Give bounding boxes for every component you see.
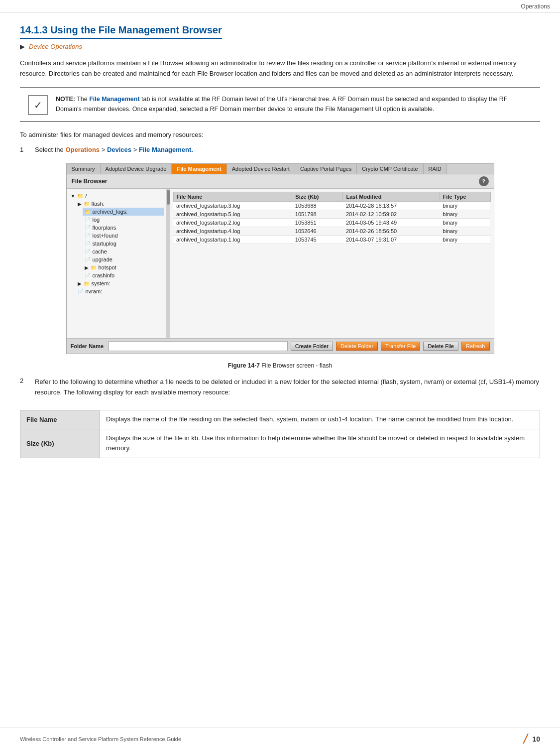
tree-expand-icon: ▶ [85,265,89,270]
table-row: File NameDisplays the name of the file r… [20,410,540,429]
tree-item[interactable]: 📄floorplans [83,224,164,232]
checkmark-icon: ✓ [28,95,48,115]
ss-tab-file-management[interactable]: File Management [172,164,226,174]
step-list: 1 Select the Operations > Devices > File… [20,145,540,155]
step1-fm: File Management. [139,146,193,153]
transfer-file-button[interactable]: Transfer File [381,342,420,351]
tree-item-label: upgrade [93,256,112,262]
tree-item[interactable]: ▶📁flash: [76,200,164,208]
note-box: ✓ NOTE: The File Management tab is not a… [20,87,540,122]
create-folder-button[interactable]: Create Folder [291,342,333,351]
tree-item[interactable]: 📄upgrade [83,255,164,263]
table-cell: 2014-02-28 16:13:57 [343,202,440,210]
folder-icon: 📁 [84,201,90,207]
delete-file-button[interactable]: Delete File [423,342,458,351]
step-1-text: Select the Operations > Devices > File M… [35,145,193,155]
table-row[interactable]: archived_logsstartup.2.log10538512014-03… [173,219,490,227]
footer-text: Wireless Controller and Service Platform… [20,736,181,742]
step-2-text: Refer to the following to determine whet… [35,377,540,398]
folder-icon: 📁 [84,281,90,286]
note-highlight: File Management [89,96,139,103]
footer-page: 10 [532,735,540,743]
step-intro: To administer files for managed devices … [20,130,540,140]
table-cell: archived_logsstartup.1.log [173,236,292,244]
help-button[interactable]: ? [479,176,489,186]
ss-tab-adopted-device-restart[interactable]: Adopted Device Restart [227,164,295,174]
file-table: File NameSize (Kb)Last ModifiedFile Type… [173,192,491,244]
table-cell: 1053745 [292,236,343,244]
step1-dev: Devices [107,146,131,153]
table-cell: binary [440,236,490,244]
file-col-file-type: File Type [440,192,490,202]
folder-icon: 📁 [85,209,91,215]
tree-item-label: hotspot [99,264,116,270]
scrollbar-thumb [167,190,170,205]
tree-item[interactable]: 📄startuplog [83,240,164,248]
top-bar: Operations [0,0,560,12]
tree-item[interactable]: 📄log [83,216,164,224]
tree-item[interactable]: 📄lost+found [83,232,164,240]
folder-icon: 📁 [77,193,83,199]
delete-folder-button[interactable]: Delete Folder [336,342,378,351]
breadcrumb-text: Device Operations [29,43,82,50]
tree-expand-icon: ▶ [78,281,82,286]
footer-right: / 10 [524,732,540,746]
file-icon: 📄 [85,225,91,231]
table-cell: archived_logsstartup.3.log [173,202,292,210]
refresh-button[interactable]: Refresh [461,342,490,351]
table-cell: 2014-02-26 18:56:50 [343,227,440,236]
breadcrumb-arrow: ▶ [20,43,25,50]
file-col-size--kb-: Size (Kb) [292,192,343,202]
ss-tab-raid[interactable]: RAID [424,164,447,174]
tree-item[interactable]: 📁archived_logs: [83,208,164,216]
figure-caption: Figure 14-7 File Browser screen - flash [20,362,540,369]
table-row: Size (Kb)Displays the size of the file i… [20,429,540,458]
tree-item[interactable]: 📄cache [83,248,164,255]
table-row-content: Displays the name of the file residing o… [100,410,540,429]
tree-item-label: system: [92,280,111,286]
ss-tab-crypto-cmp-certificate[interactable]: Crypto CMP Certificate [357,164,423,174]
file-icon: 📄 [85,257,91,262]
fb-title: File Browser [72,178,108,185]
tree-item[interactable]: 📄nvram: [76,287,164,295]
table-cell: binary [440,227,490,236]
fb-toolbar: Folder Name Create Folder Delete Folder … [67,338,494,354]
table-row[interactable]: archived_logsstartup.5.log10517982014-02… [173,210,490,219]
tree-item-label: startuplog [93,241,116,247]
ss-tab-adopted-device-upgrade[interactable]: Adopted Device Upgrade [101,164,172,174]
table-cell: 1053851 [292,219,343,227]
table-cell: binary [440,202,490,210]
tree-item[interactable]: ▶📁hotspot [83,263,164,271]
table-cell: 1051798 [292,210,343,219]
ss-tab-captive-portal-pages[interactable]: Captive Portal Pages [295,164,357,174]
table-row[interactable]: archived_logsstartup.1.log10537452014-03… [173,236,490,244]
tree-item[interactable]: ▶📁system: [76,279,164,287]
table-row[interactable]: archived_logsstartup.3.log10536882014-02… [173,202,490,210]
step-1-num: 1 [20,145,29,155]
table-cell: 2014-03-07 19:31:07 [343,236,440,244]
tree-item[interactable]: ▼📁/ [69,192,164,200]
tree-scrollbar[interactable] [166,189,170,338]
tree-item[interactable]: 📄crashinfo [83,271,164,279]
file-col-last-modified: Last Modified [343,192,440,202]
table-cell: 1052646 [292,227,343,236]
breadcrumb: ▶ Device Operations [20,43,540,50]
footer-slash-icon: / [524,732,528,746]
folder-name-input[interactable] [109,341,288,351]
table-cell: archived_logsstartup.4.log [173,227,292,236]
table-cell: 2014-03-05 19:43:49 [343,219,440,227]
body-paragraph: Controllers and service platforms mainta… [20,58,540,79]
file-icon: 📄 [85,217,91,223]
step1-sep2: > [131,146,139,153]
table-cell: binary [440,219,490,227]
table-row-header: File Name [20,410,100,429]
file-panel: File NameSize (Kb)Last ModifiedFile Type… [170,189,494,338]
table-row[interactable]: archived_logsstartup.4.log10526462014-02… [173,227,490,236]
file-icon: 📄 [85,273,91,278]
ss-tab-summary[interactable]: Summary [67,164,101,174]
screenshot: SummaryAdopted Device UpgradeFile Manage… [66,163,494,354]
table-cell: 1053688 [292,202,343,210]
file-icon: 📄 [78,289,84,294]
file-icon: 📄 [85,241,91,247]
table-cell: 2014-02-12 10:59:02 [343,210,440,219]
